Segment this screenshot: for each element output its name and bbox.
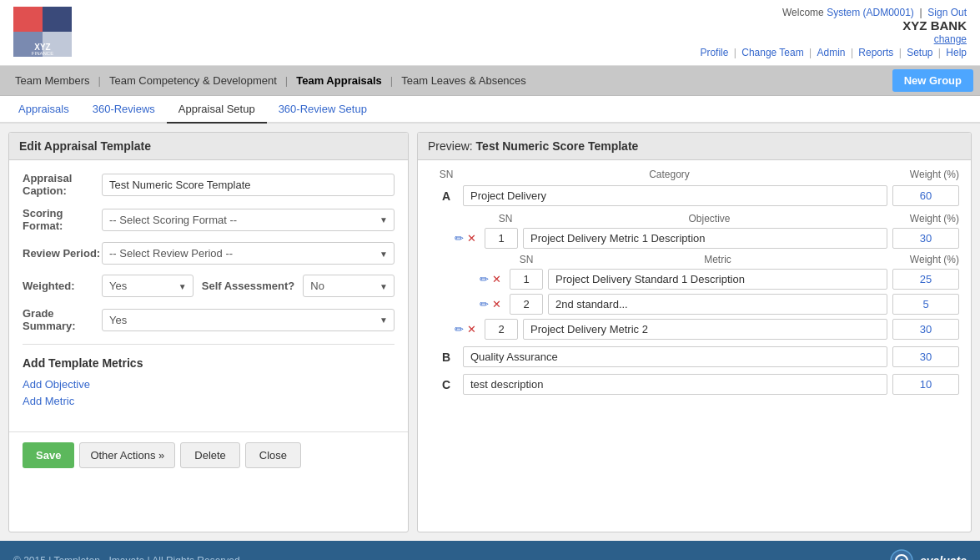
cat-a-weight-input[interactable] (892, 185, 959, 206)
self-assessment-label: Self Assessment? (202, 280, 295, 292)
preview-body: SN Category Weight (%) A SN Objective We… (418, 160, 971, 410)
obj-col-name: Objective (526, 213, 892, 225)
tab-360-review-setup[interactable]: 360-Review Setup (267, 96, 379, 124)
obj1-edit-icon[interactable]: ✏ (455, 232, 464, 245)
metric-row-1-2: ✏ ✕ (480, 294, 959, 315)
weighted-select[interactable]: Yes No (102, 275, 193, 297)
admin-link[interactable]: Admin (817, 47, 846, 58)
obj2-name-input[interactable] (523, 319, 887, 340)
footer: © 2015 | Templeton - Imavate | All Right… (0, 541, 980, 560)
metric-col-name: Metric (543, 254, 892, 265)
help-link[interactable]: Help (946, 47, 967, 58)
grade-summary-select[interactable]: Yes No (102, 309, 395, 331)
other-actions-button[interactable]: Other Actions » (79, 442, 175, 468)
metric-col-weight: Weight (%) (892, 254, 959, 265)
bottom-buttons: Save Other Actions » Delete Close (9, 431, 408, 478)
metric11-weight-input[interactable] (892, 269, 959, 290)
obj-col-sn: SN (485, 213, 526, 225)
metric11-edit-icon[interactable]: ✏ (480, 273, 489, 285)
sign-out-link[interactable]: Sign Out (927, 7, 967, 18)
nav-team-members[interactable]: Team Members (7, 66, 98, 95)
metric12-sn-input[interactable] (510, 294, 543, 315)
cat-b-sn: B (430, 351, 463, 364)
preview-header: Preview: Test Numeric Score Template (418, 133, 971, 160)
cat-c-name-input[interactable] (463, 374, 887, 395)
metric11-sn-input[interactable] (510, 269, 543, 290)
tab-appraisal-setup[interactable]: Appraisal Setup (167, 96, 267, 124)
self-assessment-select[interactable]: No Yes (303, 275, 395, 297)
appraisal-caption-label: Appraisal Caption: (23, 172, 102, 197)
obj1-weight-input[interactable] (892, 228, 959, 249)
weighted-row: Weighted: Yes No Self Assessment? No Yes (23, 275, 395, 297)
metric12-name-input[interactable] (548, 294, 887, 315)
profile-link[interactable]: Profile (700, 47, 728, 58)
obj1-name-input[interactable] (523, 228, 887, 249)
new-group-button[interactable]: New Group (892, 69, 973, 92)
scoring-format-select[interactable]: -- Select Scoring Format -- (102, 209, 395, 231)
metric12-edit-icon[interactable]: ✏ (480, 298, 489, 310)
sub-nav: Appraisals 360-Reviews Appraisal Setup 3… (0, 96, 980, 124)
preview-template-name: Test Numeric Score Template (476, 139, 639, 153)
nav-team-competency[interactable]: Team Competency & Development (101, 66, 285, 95)
col-category-label: Category (463, 169, 876, 180)
appraisal-caption-row: Appraisal Caption: (23, 172, 395, 197)
left-panel-title: Edit Appraisal Template (9, 133, 408, 160)
tab-appraisals[interactable]: Appraisals (7, 96, 81, 124)
cat-b-name-input[interactable] (463, 346, 887, 367)
setup-link[interactable]: Setup (907, 47, 932, 58)
review-period-select[interactable]: -- Select Review Period -- (102, 242, 395, 265)
company-name: XYZ BANK (700, 18, 967, 33)
company-logo: XYZ FINANCE (13, 7, 72, 57)
review-period-label: Review Period: (23, 247, 102, 260)
change-team-link[interactable]: Change Team (741, 47, 804, 58)
metric-row-1-1: ✏ ✕ (480, 269, 959, 290)
category-row-c: C (430, 374, 959, 395)
nav-team-leaves[interactable]: Team Leaves & Absences (393, 66, 535, 95)
metric12-weight-input[interactable] (892, 294, 959, 315)
weighted-fields: Yes No Self Assessment? No Yes (102, 275, 395, 297)
cat-c-weight-input[interactable] (892, 374, 959, 395)
obj1-delete-icon[interactable]: ✕ (467, 232, 476, 245)
user-link[interactable]: System (ADM0001) (827, 7, 914, 18)
obj-header: SN Objective Weight (%) (455, 213, 959, 225)
cat-b-weight-input[interactable] (892, 346, 959, 367)
metric12-delete-icon[interactable]: ✕ (492, 298, 501, 310)
nav-team-appraisals[interactable]: Team Appraisals (288, 66, 390, 95)
obj2-weight-input[interactable] (892, 319, 959, 340)
metric11-name-input[interactable] (548, 269, 887, 290)
tab-360-reviews[interactable]: 360-Reviews (81, 96, 167, 124)
obj2-sn-input[interactable] (485, 319, 518, 340)
weighted-wrapper: Yes No (102, 275, 193, 297)
appraisal-caption-input[interactable] (102, 174, 395, 196)
obj-section-a: SN Objective Weight (%) ✏ ✕ (455, 213, 959, 340)
obj2-edit-icon[interactable]: ✏ (455, 323, 464, 335)
footer-copyright: © 2015 | Templeton - Imavate | All Right… (13, 555, 240, 560)
self-assessment-wrapper: No Yes (303, 275, 395, 297)
obj2-delete-icon[interactable]: ✕ (467, 323, 476, 335)
cat-a-name-input[interactable] (463, 185, 887, 206)
save-button[interactable]: Save (23, 442, 74, 468)
add-objective-link[interactable]: Add Objective (23, 378, 395, 391)
left-panel: Edit Appraisal Template Appraisal Captio… (8, 132, 409, 532)
obj1-sn-input[interactable] (485, 228, 518, 249)
scoring-format-row: Scoring Format: -- Select Scoring Format… (23, 207, 395, 232)
delete-button[interactable]: Delete (180, 442, 240, 468)
grade-summary-wrapper: Yes No (102, 309, 395, 331)
top-right-info: Welcome System (ADM0001) | Sign Out XYZ … (700, 7, 967, 58)
grade-summary-row: Grade Summary: Yes No (23, 307, 395, 332)
top-header: XYZ FINANCE Welcome System (ADM0001) | S… (0, 0, 980, 66)
reports-link[interactable]: Reports (858, 47, 893, 58)
footer-logo: evaluate (890, 549, 967, 560)
add-metric-link[interactable]: Add Metric (23, 395, 395, 407)
close-button[interactable]: Close (245, 442, 301, 468)
metric11-delete-icon[interactable]: ✕ (492, 273, 501, 285)
scoring-format-label: Scoring Format: (23, 207, 102, 232)
metric-section-1: SN Metric Weight (%) ✏ ✕ (480, 254, 959, 315)
obj-row-1: ✏ ✕ (455, 228, 959, 249)
main-nav: Team Members | Team Competency & Develop… (0, 66, 980, 96)
category-row-a: A (430, 185, 959, 206)
right-panel: Preview: Test Numeric Score Template SN … (417, 132, 972, 532)
change-link[interactable]: change (934, 33, 967, 45)
top-nav-links: Profile | Change Team | Admin | Reports … (700, 47, 967, 58)
metric-header: SN Metric Weight (%) (480, 254, 959, 265)
